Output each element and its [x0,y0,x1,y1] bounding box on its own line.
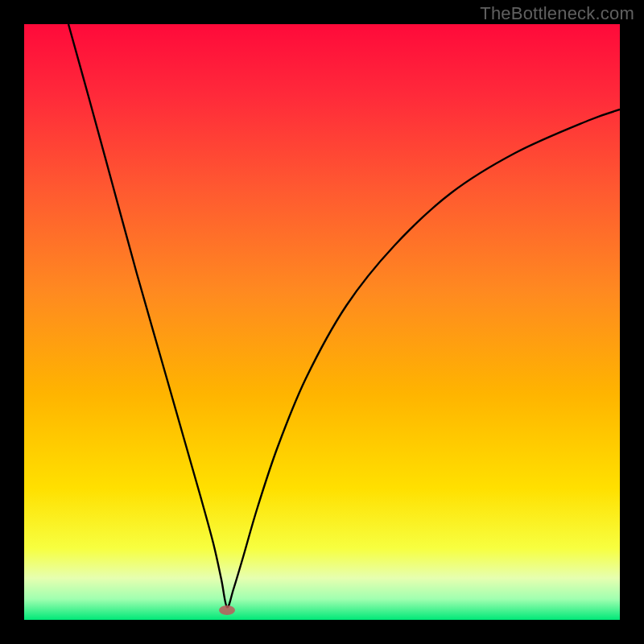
chart-frame: TheBottleneck.com [0,0,644,644]
minimum-marker [219,605,235,615]
plot-area [24,24,620,620]
bottleneck-chart [24,24,620,620]
gradient-background [24,24,620,620]
watermark-text: TheBottleneck.com [480,3,634,24]
